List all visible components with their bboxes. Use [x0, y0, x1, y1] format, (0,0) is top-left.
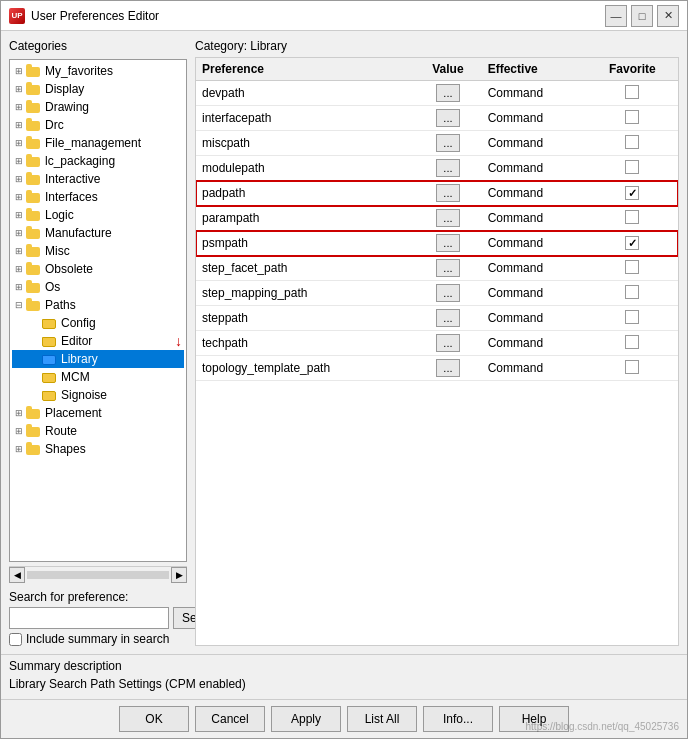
- tree-item-shapes[interactable]: ⊞ Shapes: [12, 440, 184, 458]
- value-btn[interactable]: ...: [436, 234, 460, 252]
- table-row[interactable]: step_facet_path...Command: [196, 256, 678, 281]
- maximize-button[interactable]: □: [631, 5, 653, 27]
- favorite-checkbox[interactable]: [625, 360, 639, 374]
- pref-favorite[interactable]: [587, 156, 678, 181]
- search-input[interactable]: [9, 607, 169, 629]
- pref-favorite[interactable]: [587, 131, 678, 156]
- tree-item-file_management[interactable]: ⊞ File_management: [12, 134, 184, 152]
- categories-tree[interactable]: ⊞ My_favorites ⊞ Display ⊞ Drawing ⊞: [9, 59, 187, 562]
- pref-favorite[interactable]: [587, 231, 678, 256]
- tree-item-interfaces[interactable]: ⊞ Interfaces: [12, 188, 184, 206]
- pref-favorite[interactable]: [587, 81, 678, 106]
- table-row[interactable]: modulepath...Command: [196, 156, 678, 181]
- pref-value[interactable]: ...: [414, 206, 482, 231]
- minimize-button[interactable]: —: [605, 5, 627, 27]
- pref-value[interactable]: ...: [414, 256, 482, 281]
- value-btn[interactable]: ...: [436, 284, 460, 302]
- table-row[interactable]: miscpath...Command: [196, 131, 678, 156]
- pref-value[interactable]: ...: [414, 181, 482, 206]
- tree-item-placement[interactable]: ⊞ Placement: [12, 404, 184, 422]
- close-button[interactable]: ✕: [657, 5, 679, 27]
- pref-value[interactable]: ...: [414, 81, 482, 106]
- value-btn[interactable]: ...: [436, 109, 460, 127]
- tree-item-display[interactable]: ⊞ Display: [12, 80, 184, 98]
- favorite-checkbox[interactable]: [625, 236, 639, 250]
- pref-value[interactable]: ...: [414, 106, 482, 131]
- value-btn[interactable]: ...: [436, 209, 460, 227]
- table-row[interactable]: steppath...Command: [196, 306, 678, 331]
- tree-item-signoise[interactable]: Signoise: [12, 386, 184, 404]
- scroll-track[interactable]: [27, 571, 169, 579]
- tree-item-my_favorites[interactable]: ⊞ My_favorites: [12, 62, 184, 80]
- favorite-checkbox[interactable]: [625, 85, 639, 99]
- table-row[interactable]: devpath...Command: [196, 81, 678, 106]
- tree-item-drawing[interactable]: ⊞ Drawing: [12, 98, 184, 116]
- tree-item-misc[interactable]: ⊞ Misc: [12, 242, 184, 260]
- value-btn[interactable]: ...: [436, 259, 460, 277]
- tree-item-drc[interactable]: ⊞ Drc: [12, 116, 184, 134]
- preferences-table[interactable]: Preference Value Effective Favorite devp…: [195, 57, 679, 646]
- value-btn[interactable]: ...: [436, 184, 460, 202]
- tree-item-paths[interactable]: ⊟ Paths: [12, 296, 184, 314]
- pref-favorite[interactable]: [587, 331, 678, 356]
- titlebar: UP User Preferences Editor — □ ✕: [1, 1, 687, 31]
- pref-value[interactable]: ...: [414, 306, 482, 331]
- tree-item-obsolete[interactable]: ⊞ Obsolete: [12, 260, 184, 278]
- ok-button[interactable]: OK: [119, 706, 189, 732]
- tree-hscroll[interactable]: ◀ ▶: [9, 566, 187, 582]
- tree-item-os[interactable]: ⊞ Os: [12, 278, 184, 296]
- favorite-checkbox[interactable]: [625, 186, 639, 200]
- value-btn[interactable]: ...: [436, 159, 460, 177]
- favorite-checkbox[interactable]: [625, 160, 639, 174]
- favorite-checkbox[interactable]: [625, 285, 639, 299]
- pref-value[interactable]: ...: [414, 281, 482, 306]
- favorite-checkbox[interactable]: [625, 110, 639, 124]
- cancel-button[interactable]: Cancel: [195, 706, 265, 732]
- pref-value[interactable]: ...: [414, 231, 482, 256]
- pref-value[interactable]: ...: [414, 331, 482, 356]
- table-row[interactable]: parampath...Command: [196, 206, 678, 231]
- tree-item-mcm[interactable]: MCM: [12, 368, 184, 386]
- table-row[interactable]: psmpath...Command: [196, 231, 678, 256]
- info-button[interactable]: Info...: [423, 706, 493, 732]
- pref-favorite[interactable]: [587, 106, 678, 131]
- pref-value[interactable]: ...: [414, 356, 482, 381]
- tree-item-interactive[interactable]: ⊞ Interactive: [12, 170, 184, 188]
- favorite-checkbox[interactable]: [625, 260, 639, 274]
- favorite-checkbox[interactable]: [625, 335, 639, 349]
- include-summary-checkbox[interactable]: [9, 633, 22, 646]
- scroll-left-btn[interactable]: ◀: [9, 567, 25, 583]
- table-row[interactable]: topology_template_path...Command: [196, 356, 678, 381]
- value-btn[interactable]: ...: [436, 359, 460, 377]
- value-btn[interactable]: ...: [436, 134, 460, 152]
- tree-item-logic[interactable]: ⊞ Logic: [12, 206, 184, 224]
- favorite-checkbox[interactable]: [625, 210, 639, 224]
- list-all-button[interactable]: List All: [347, 706, 417, 732]
- favorite-checkbox[interactable]: [625, 135, 639, 149]
- apply-button[interactable]: Apply: [271, 706, 341, 732]
- value-btn[interactable]: ...: [436, 334, 460, 352]
- value-btn[interactable]: ...: [436, 84, 460, 102]
- pref-favorite[interactable]: [587, 256, 678, 281]
- pref-favorite[interactable]: [587, 181, 678, 206]
- pref-value[interactable]: ...: [414, 131, 482, 156]
- pref-favorite[interactable]: [587, 306, 678, 331]
- table-row[interactable]: step_mapping_path...Command: [196, 281, 678, 306]
- tree-item-library[interactable]: Library: [12, 350, 184, 368]
- tree-item-config[interactable]: Config: [12, 314, 184, 332]
- pref-favorite[interactable]: [587, 356, 678, 381]
- pref-value[interactable]: ...: [414, 156, 482, 181]
- expand-icon: ⊞: [12, 153, 26, 169]
- tree-item-manufacture[interactable]: ⊞ Manufacture: [12, 224, 184, 242]
- scroll-right-btn[interactable]: ▶: [171, 567, 187, 583]
- tree-item-lc_packaging[interactable]: ⊞ lc_packaging: [12, 152, 184, 170]
- favorite-checkbox[interactable]: [625, 310, 639, 324]
- table-row[interactable]: techpath...Command: [196, 331, 678, 356]
- value-btn[interactable]: ...: [436, 309, 460, 327]
- pref-favorite[interactable]: [587, 281, 678, 306]
- tree-item-editor[interactable]: Editor ↓: [12, 332, 184, 350]
- table-row[interactable]: padpath...Command: [196, 181, 678, 206]
- table-row[interactable]: interfacepath...Command: [196, 106, 678, 131]
- pref-favorite[interactable]: [587, 206, 678, 231]
- tree-item-route[interactable]: ⊞ Route: [12, 422, 184, 440]
